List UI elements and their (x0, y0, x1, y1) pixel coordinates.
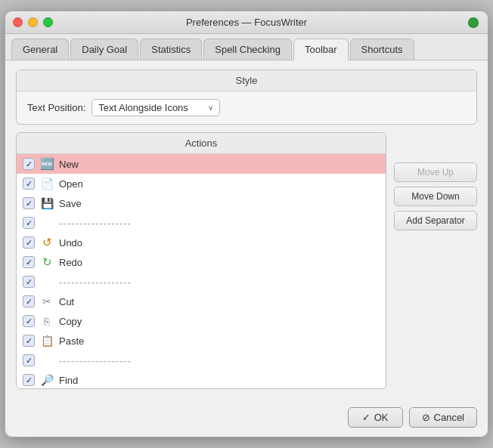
window-title: Preferences — FocusWriter (186, 17, 307, 28)
actions-list[interactable]: 🆕 New 📄 Open 💾 Save (17, 154, 386, 388)
copy-icon: ⎘ (39, 314, 54, 329)
action-label-sep1: ------------------ (59, 218, 132, 229)
action-label-sep2: ------------------ (59, 277, 132, 288)
move-down-button[interactable]: Move Down (394, 187, 477, 206)
list-item[interactable]: ✂ Cut (17, 292, 386, 311)
maximize-button[interactable] (43, 17, 53, 27)
tab-toolbar[interactable]: Toolbar (293, 39, 349, 60)
text-position-dropdown[interactable]: Text Alongside Icons ∨ (91, 99, 220, 116)
list-item[interactable]: ↺ Undo (17, 233, 386, 252)
list-item[interactable]: 📋 Paste (17, 331, 386, 351)
separator-icon-2 (39, 274, 54, 289)
tab-spell-checking[interactable]: Spell Checking (203, 39, 292, 60)
tab-statistics[interactable]: Statistics (140, 39, 202, 60)
action-checkbox-save[interactable] (23, 197, 35, 209)
open-icon: 📄 (39, 176, 54, 191)
close-button[interactable] (13, 17, 23, 27)
tab-daily-goal[interactable]: Daily Goal (70, 39, 138, 60)
style-section: Style Text Position: Text Alongside Icon… (16, 70, 477, 125)
find-icon: 🔎 (39, 372, 54, 388)
action-label-new: New (59, 159, 79, 170)
add-separator-button[interactable]: Add Separator (394, 211, 477, 230)
separator-icon (39, 215, 54, 230)
titlebar: Preferences — FocusWriter (5, 11, 488, 34)
tab-shortcuts[interactable]: Shortcuts (350, 39, 414, 60)
cancel-button[interactable]: ⊘ Cancel (409, 407, 477, 428)
redo-icon: ↻ (39, 255, 54, 270)
actions-section: Actions 🆕 New 📄 Open 💾 (16, 132, 386, 389)
action-label-save: Save (59, 198, 82, 209)
list-item[interactable]: ↻ Redo (17, 252, 386, 272)
save-icon: 💾 (39, 196, 54, 211)
action-label-open: Open (59, 178, 83, 190)
tab-general[interactable]: General (11, 39, 69, 60)
action-label-redo: Redo (59, 257, 82, 268)
ok-button[interactable]: ✓ OK (348, 407, 403, 428)
text-position-label: Text Position: (27, 102, 85, 113)
style-row: Text Position: Text Alongside Icons ∨ (17, 91, 476, 124)
new-icon: 🆕 (39, 156, 54, 171)
chevron-down-icon: ∨ (208, 104, 213, 112)
move-up-button[interactable]: Move Up (394, 162, 477, 182)
ok-label: OK (374, 412, 389, 423)
action-checkbox-new[interactable] (23, 158, 35, 170)
list-item[interactable]: ------------------ (17, 272, 386, 292)
side-buttons: Move Up Move Down Add Separator (394, 132, 477, 389)
status-dot (468, 17, 479, 28)
action-label-paste: Paste (59, 335, 84, 347)
action-checkbox-find[interactable] (23, 374, 35, 386)
actions-area: Actions 🆕 New 📄 Open 💾 (16, 132, 477, 389)
ok-check-icon: ✓ (362, 412, 371, 423)
cancel-icon: ⊘ (422, 412, 430, 423)
list-item[interactable]: ⎘ Copy (17, 311, 386, 331)
list-item[interactable]: 📄 Open (17, 174, 386, 193)
tab-bar: General Daily Goal Statistics Spell Chec… (5, 34, 488, 60)
preferences-window: Preferences — FocusWriter General Daily … (5, 11, 488, 437)
action-checkbox-open[interactable] (23, 178, 35, 190)
actions-title: Actions (17, 133, 386, 154)
action-label-sep3: ------------------ (59, 355, 132, 366)
list-item[interactable]: 🆕 New (17, 154, 386, 174)
cut-icon: ✂ (39, 294, 54, 309)
undo-icon: ↺ (39, 235, 54, 250)
action-checkbox-copy[interactable] (23, 315, 35, 327)
action-checkbox-cut[interactable] (23, 295, 35, 307)
traffic-lights (13, 17, 53, 27)
minimize-button[interactable] (28, 17, 38, 27)
list-item[interactable]: ------------------ (17, 351, 386, 370)
dropdown-value: Text Alongside Icons (98, 102, 203, 113)
separator-icon-3 (39, 353, 54, 368)
action-label-cut: Cut (59, 296, 74, 307)
action-checkbox-undo[interactable] (23, 236, 35, 249)
list-item[interactable]: ------------------ (17, 213, 386, 233)
style-section-title: Style (17, 70, 476, 91)
action-label-undo: Undo (59, 237, 82, 249)
bottom-bar: ✓ OK ⊘ Cancel (5, 400, 488, 437)
action-label-copy: Copy (59, 316, 82, 327)
paste-icon: 📋 (39, 333, 54, 348)
list-item[interactable]: 💾 Save (17, 193, 386, 213)
action-checkbox-sep3[interactable] (23, 354, 35, 366)
action-label-find: Find (59, 375, 78, 386)
action-checkbox-sep2[interactable] (23, 276, 35, 288)
action-checkbox-sep1[interactable] (23, 217, 35, 229)
list-item[interactable]: 🔎 Find (17, 370, 386, 388)
content-area: Style Text Position: Text Alongside Icon… (5, 60, 488, 400)
cancel-label: Cancel (434, 412, 464, 423)
action-checkbox-redo[interactable] (23, 256, 35, 268)
action-checkbox-paste[interactable] (23, 335, 35, 347)
